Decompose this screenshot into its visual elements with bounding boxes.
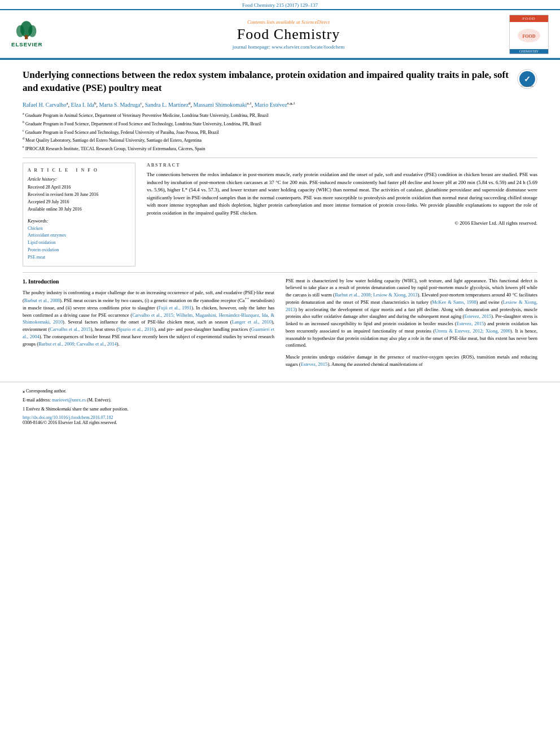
abstract-header: ABSTRACT — [147, 163, 537, 168]
accepted-date: Accepted 29 July 2016 — [28, 199, 130, 206]
abstract-column: ABSTRACT The connections between the red… — [147, 163, 537, 266]
keywords-section: Keywords: Chicken Antioxidant enzymes Li… — [28, 218, 130, 261]
svg-rect-4 — [25, 35, 28, 39]
affil-a: a Graduate Program in Animal Science, De… — [23, 111, 537, 119]
footer-doi: http://dx.doi.org/10.1016/j.foodchem.201… — [23, 415, 537, 420]
article-info-header: A R T I C L E I N F O — [28, 168, 130, 173]
svg-text:FOOD: FOOD — [522, 34, 535, 39]
history-label: Article history: — [28, 176, 130, 182]
article-content: Underlying connections between the redox… — [0, 60, 560, 382]
separator-1 — [23, 158, 537, 158]
authors-line: Rafael H. Carvalhoa, Elza I. Idab, Marta… — [23, 101, 537, 109]
svg-text:✓: ✓ — [524, 75, 531, 84]
body-content: 1. Introduction The poultry industry is … — [23, 277, 537, 373]
footer: ⁎ Corresponding author. E-mail address: … — [0, 382, 560, 430]
received-date: Received 28 April 2016 — [28, 184, 130, 191]
footer-issn: 0308-8146/© 2016 Elsevier Ltd. All right… — [23, 420, 537, 425]
svg-text:CrossMark: CrossMark — [521, 85, 534, 88]
logo-image: FOOD — [513, 22, 545, 49]
logo-bottom-text: CHEMISTRY — [510, 49, 548, 54]
intro-para1: The poultry industry is confronting a ma… — [23, 289, 274, 348]
article-title: Underlying connections between the redox… — [23, 69, 511, 95]
footer-email: E-mail address: mariovet@unex.es (M. Est… — [23, 397, 537, 404]
journal-title: Food Chemistry — [68, 26, 509, 43]
logo-top-text: FOOD — [510, 15, 548, 22]
sciencedirect-line: Contents lists available at ScienceDirec… — [68, 19, 509, 25]
svg-point-3 — [28, 25, 36, 37]
abstract-copyright: © 2016 Elsevier Ltd. All rights reserved… — [147, 220, 537, 226]
crossmark-icon[interactable]: ✓ CrossMark — [517, 69, 537, 89]
abstract-text: The connections between the redox imbala… — [147, 171, 537, 217]
intro-para3: Muscle proteins undergo oxidative damage… — [286, 353, 537, 368]
revised-date: Received in revised form 20 June 2016 — [28, 191, 130, 199]
keyword-lipid: Lipid oxidation — [28, 239, 130, 247]
history-dates: Received 28 April 2016 Received in revis… — [28, 184, 130, 213]
body-right-col: PSE meat is characterized by low water h… — [286, 277, 537, 373]
intro-para2: PSE meat is characterized by low water h… — [286, 277, 537, 350]
intro-title: 1. Introduction — [23, 277, 274, 286]
citation-bar: Food Chemistry 215 (2017) 129–137 — [0, 0, 560, 9]
keyword-chicken: Chicken — [28, 225, 130, 233]
title-section: Underlying connections between the redox… — [23, 69, 537, 95]
separator-2 — [23, 272, 537, 273]
footer-corresponding: ⁎ Corresponding author. — [23, 388, 537, 395]
food-chemistry-logo: FOOD FOOD CHEMISTRY — [509, 15, 549, 54]
footer-footnote: 1 Estévez & Shimokomaki share the same a… — [23, 406, 537, 413]
affil-b: b Graduate Program in Food Science, Depa… — [23, 120, 537, 128]
info-abstract-section: A R T I C L E I N F O Article history: R… — [23, 163, 537, 266]
affil-c: c Graduate Program in Food Science and T… — [23, 128, 537, 136]
affil-d: d Meat Quality Laboratory, Santiago del … — [23, 136, 537, 144]
affil-e: e IPROCAR Research Institute, TECAL Rese… — [23, 145, 537, 152]
online-date: Available online 30 July 2016 — [28, 206, 130, 213]
citation-text: Food Chemistry 215 (2017) 129–137 — [242, 2, 318, 8]
journal-center-info: Contents lists available at ScienceDirec… — [68, 19, 509, 50]
keyword-protein: Protein oxidation — [28, 247, 130, 254]
keyword-antioxidant: Antioxidant enzymes — [28, 232, 130, 239]
journal-homepage: journal homepage: www.elsevier.com/locat… — [68, 44, 509, 50]
svg-point-2 — [16, 25, 24, 37]
journal-header: ELSEVIER Contents lists available at Sci… — [0, 9, 560, 58]
keyword-pse: PSE meat — [28, 254, 130, 261]
keywords-label: Keywords: — [28, 218, 130, 224]
affiliations: a Graduate Program in Animal Science, De… — [23, 111, 537, 152]
svg-text:ELSEVIER: ELSEVIER — [11, 41, 42, 47]
elsevier-logo: ELSEVIER — [11, 20, 56, 49]
body-left-col: 1. Introduction The poultry industry is … — [23, 277, 274, 373]
article-info-column: A R T I C L E I N F O Article history: R… — [23, 163, 135, 266]
